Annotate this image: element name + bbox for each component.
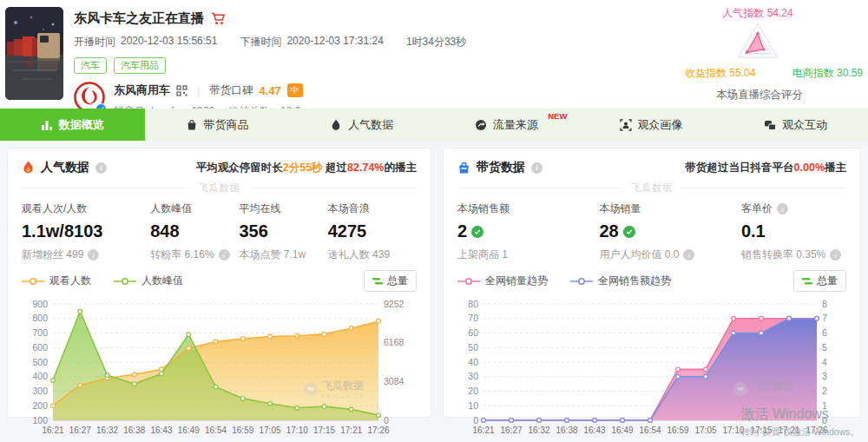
stat-item-2: 平均在线356本场点赞 7.1w (240, 201, 328, 262)
category-tag-0[interactable]: 汽车 (74, 57, 107, 74)
sales-panel: 带货数据 i 带货超过当日抖音平台0.00%播主 飞瓜数据 本场销售额2上架商品… (443, 148, 861, 418)
popularity-trend-chart[interactable]: 9008007006005004003002001009252616830840… (22, 294, 418, 441)
windows-activation-watermark: 激活 Windows 转到“设置”以激活 Windows。 (740, 406, 859, 439)
info-icon[interactable]: i (95, 162, 107, 174)
svg-text:16:21: 16:21 (42, 426, 63, 435)
stat-sub: 转粉率 6.16%i (150, 247, 239, 262)
stat-item-1: 本场销量28用户人均价值 0.0i (599, 201, 740, 262)
svg-text:6168: 6168 (384, 337, 404, 347)
flame-icon (330, 119, 342, 131)
audience-portrait-icon (620, 119, 632, 131)
nav-tab-popularity[interactable]: 人气数据 (289, 109, 434, 141)
svg-text:16:59: 16:59 (667, 426, 688, 435)
svg-text:17:26: 17:26 (367, 426, 389, 435)
nav-tab-label: 观众画像 (638, 117, 683, 133)
stat-label: 观看人次/人数 (22, 201, 150, 216)
legend-marker-icon (114, 277, 136, 286)
nav-tab-label: 流量来源 (493, 117, 538, 133)
svg-text:16:54: 16:54 (205, 426, 227, 435)
popularity-stats: 观看人次/人数1.1w/8103新增粉丝 499i人数峰值848转粉率 6.16… (22, 201, 417, 262)
svg-text:0: 0 (384, 415, 389, 426)
nav-tab-interaction[interactable]: 观众互动 (723, 109, 868, 141)
stat-value: 356 (240, 221, 328, 241)
total-toggle-button[interactable]: 总量 (793, 270, 846, 292)
svg-text:400: 400 (32, 371, 48, 381)
legend-marker-icon (570, 277, 593, 286)
total-toggle-button[interactable]: 总量 (364, 270, 417, 292)
sales-stats: 本场销售额2上架商品 1本场销量28用户人均价值 0.0i客单价i0.1销售转换… (457, 201, 846, 262)
category-tags: 汽车汽车用品 (74, 57, 466, 74)
shopping-bag-icon (186, 119, 198, 131)
svg-text:80: 80 (468, 299, 478, 309)
svg-text:70: 70 (468, 313, 478, 323)
nav-tab-label: 观众互动 (782, 117, 827, 133)
sales-headline: 带货超过当日抖音平台0.00%播主 (686, 161, 846, 175)
stat-value: 1.1w/8103 (22, 221, 150, 241)
svg-text:3: 3 (822, 371, 827, 381)
stat-label: 本场销售额 (457, 201, 599, 216)
svg-text:16:27: 16:27 (500, 426, 522, 435)
legend-label: 全网销售额趋势 (598, 274, 671, 288)
brand-name[interactable]: 东风商用车 (114, 82, 170, 98)
legend-item-1[interactable]: 全网销售额趋势 (570, 274, 671, 288)
nav-tab-label: 数据概览 (59, 117, 104, 133)
stat-label: 平均在线 (240, 201, 328, 216)
watermark-divider: 飞瓜数据 (22, 181, 417, 195)
legend-marker-icon (457, 277, 480, 286)
svg-text:300: 300 (32, 386, 48, 396)
stat-sub: 上架商品 1 (457, 247, 599, 262)
info-icon[interactable]: i (830, 249, 841, 261)
total-icon (372, 277, 383, 286)
stat-sub: 新增粉丝 499i (22, 247, 150, 262)
info-icon[interactable]: i (219, 249, 230, 261)
qr-code-icon[interactable] (176, 85, 187, 96)
stat-item-2: 客单价i0.1销售转换率 0.35%i (741, 201, 846, 262)
info-icon[interactable]: i (531, 162, 542, 174)
stat-value: 28 (599, 221, 740, 241)
page: 东风卡车之友正在直播 开播时间 2020-12-03 15:56:51 下播时间… (0, 0, 868, 442)
nav-tab-traffic[interactable]: 流量来源NEW (434, 109, 579, 141)
category-tag-1[interactable]: 汽车用品 (114, 57, 166, 74)
flame-icon (22, 161, 35, 175)
retention-headline: 平均观众停留时长2分55秒 超过82.74%的播主 (196, 161, 417, 175)
reputation-score: 4.47 (259, 84, 280, 97)
svg-text:16:38: 16:38 (123, 426, 145, 435)
legend-item-0[interactable]: 观看人数 (22, 274, 91, 288)
svg-text:17:05: 17:05 (259, 426, 280, 435)
svg-text:6: 6 (822, 327, 827, 338)
legend-item-1[interactable]: 人数峰值 (114, 274, 183, 288)
nav-tab-overview[interactable]: 数据概览 (0, 109, 145, 141)
traffic-source-icon (475, 119, 487, 131)
svg-text:50: 50 (468, 342, 478, 353)
live-cover-thumbnail[interactable] (5, 7, 63, 100)
nav-tab-label: 人气数据 (348, 117, 393, 133)
stat-label: 客单价i (741, 201, 846, 216)
svg-text:16:49: 16:49 (611, 426, 633, 435)
popularity-index: 人气指数 54.24 (685, 6, 831, 21)
check-icon (623, 226, 635, 238)
revenue-index: 收益指数 55.04 (685, 66, 755, 81)
info-icon[interactable]: i (683, 249, 694, 261)
nav-tab-products[interactable]: 带货商品 (145, 109, 290, 141)
svg-text:16:27: 16:27 (69, 426, 91, 435)
chart-bars-icon (41, 119, 53, 131)
panel-title: 人气数据 (41, 160, 89, 175)
svg-text:800: 800 (32, 313, 48, 323)
nav-tab-audience[interactable]: 观众画像 (579, 109, 724, 141)
live-header: 东风卡车之友正在直播 开播时间 2020-12-03 15:56:51 下播时间… (0, 0, 868, 109)
stat-item-0: 本场销售额2上架商品 1 (457, 201, 599, 262)
svg-text:20: 20 (468, 386, 478, 396)
info-icon[interactable]: i (88, 249, 99, 261)
svg-text:600: 600 (32, 342, 48, 353)
total-icon (802, 277, 812, 286)
svg-text:100: 100 (32, 415, 48, 426)
live-score-radar: 人气指数 54.24 收益指数 55.04 电商指数 30.59 本场直播综合评… (685, 0, 863, 109)
svg-text:16:38: 16:38 (556, 426, 577, 435)
info-icon[interactable]: i (777, 203, 788, 214)
end-time-label: 下播时间 (240, 35, 281, 49)
svg-text:900: 900 (32, 299, 48, 309)
svg-text:5: 5 (822, 342, 827, 353)
legend-item-0[interactable]: 全网销量趋势 (457, 274, 548, 288)
chart-legend: 观看人数人数峰值 (22, 274, 183, 288)
svg-text:16:49: 16:49 (178, 426, 200, 435)
